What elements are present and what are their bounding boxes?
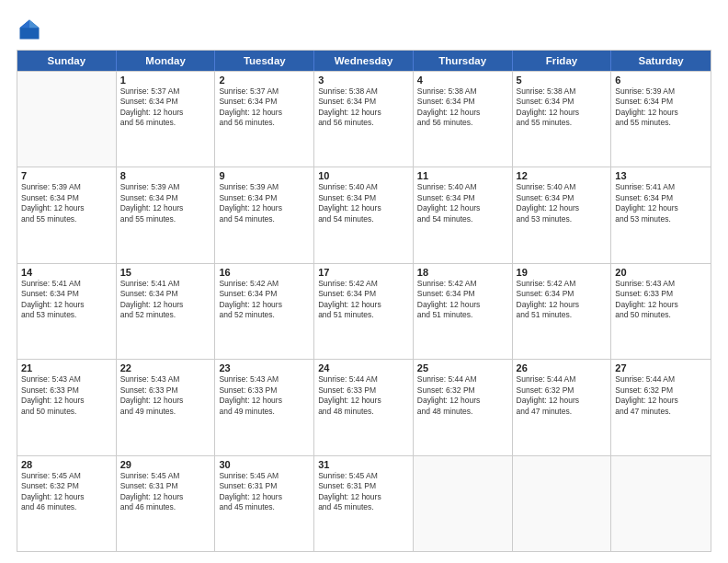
- cell-info: Sunrise: 5:43 AMSunset: 6:33 PMDaylight:…: [219, 374, 310, 417]
- day-number: 18: [417, 267, 508, 278]
- cell-info: Sunrise: 5:41 AMSunset: 6:34 PMDaylight:…: [615, 182, 707, 224]
- day-number: 23: [219, 362, 310, 373]
- day-cell-26: 26Sunrise: 5:44 AMSunset: 6:32 PMDayligh…: [513, 360, 612, 454]
- cell-info: Sunrise: 5:38 AMSunset: 6:34 PMDaylight:…: [517, 86, 608, 129]
- day-cell-16: 16Sunrise: 5:42 AMSunset: 6:34 PMDayligh…: [215, 264, 314, 359]
- header-day-friday: Friday: [513, 51, 612, 71]
- day-cell-29: 29Sunrise: 5:45 AMSunset: 6:31 PMDayligh…: [117, 456, 216, 551]
- header-day-thursday: Thursday: [414, 51, 513, 71]
- header-day-tuesday: Tuesday: [215, 51, 314, 71]
- day-cell-1: 1Sunrise: 5:37 AMSunset: 6:34 PMDaylight…: [117, 72, 216, 167]
- cell-info: Sunrise: 5:40 AMSunset: 6:34 PMDaylight:…: [517, 182, 608, 224]
- header-day-saturday: Saturday: [611, 51, 711, 71]
- day-cell-13: 13Sunrise: 5:41 AMSunset: 6:34 PMDayligh…: [611, 167, 711, 262]
- cell-info: Sunrise: 5:44 AMSunset: 6:33 PMDaylight:…: [318, 374, 409, 417]
- day-number: 9: [219, 170, 310, 181]
- week-row-4: 21Sunrise: 5:43 AMSunset: 6:33 PMDayligh…: [17, 359, 711, 454]
- cell-info: Sunrise: 5:43 AMSunset: 6:33 PMDaylight:…: [120, 374, 211, 417]
- logo: [17, 17, 46, 42]
- day-number: 8: [120, 170, 211, 181]
- day-number: 24: [318, 362, 409, 373]
- day-cell-21: 21Sunrise: 5:43 AMSunset: 6:33 PMDayligh…: [17, 360, 117, 454]
- day-cell-15: 15Sunrise: 5:41 AMSunset: 6:34 PMDayligh…: [117, 264, 216, 359]
- header: [17, 17, 711, 42]
- cell-info: Sunrise: 5:38 AMSunset: 6:34 PMDaylight:…: [318, 86, 409, 129]
- cell-info: Sunrise: 5:42 AMSunset: 6:34 PMDaylight:…: [318, 279, 409, 321]
- day-cell-27: 27Sunrise: 5:44 AMSunset: 6:32 PMDayligh…: [611, 360, 711, 454]
- day-number: 20: [615, 267, 707, 278]
- logo-icon: [17, 17, 42, 42]
- empty-cell: [17, 72, 117, 167]
- day-number: 21: [21, 362, 112, 373]
- day-cell-4: 4Sunrise: 5:38 AMSunset: 6:34 PMDaylight…: [414, 72, 513, 167]
- day-number: 22: [120, 362, 211, 373]
- day-number: 29: [120, 459, 211, 470]
- empty-cell: [414, 456, 513, 551]
- cell-info: Sunrise: 5:45 AMSunset: 6:31 PMDaylight:…: [120, 471, 211, 513]
- day-cell-25: 25Sunrise: 5:44 AMSunset: 6:32 PMDayligh…: [414, 360, 513, 454]
- day-cell-3: 3Sunrise: 5:38 AMSunset: 6:34 PMDaylight…: [314, 72, 414, 167]
- day-cell-24: 24Sunrise: 5:44 AMSunset: 6:33 PMDayligh…: [314, 360, 414, 454]
- empty-cell: [611, 456, 711, 551]
- cell-info: Sunrise: 5:43 AMSunset: 6:33 PMDaylight:…: [21, 374, 112, 417]
- cell-info: Sunrise: 5:44 AMSunset: 6:32 PMDaylight:…: [615, 374, 707, 417]
- day-cell-7: 7Sunrise: 5:39 AMSunset: 6:34 PMDaylight…: [17, 167, 117, 262]
- cell-info: Sunrise: 5:39 AMSunset: 6:34 PMDaylight:…: [219, 182, 310, 224]
- day-number: 14: [21, 267, 112, 278]
- day-number: 16: [219, 267, 310, 278]
- day-number: 5: [517, 75, 608, 86]
- cell-info: Sunrise: 5:45 AMSunset: 6:31 PMDaylight:…: [219, 471, 310, 513]
- day-cell-22: 22Sunrise: 5:43 AMSunset: 6:33 PMDayligh…: [117, 360, 216, 454]
- day-number: 17: [318, 267, 409, 278]
- svg-marker-1: [29, 20, 40, 29]
- day-number: 28: [21, 459, 112, 470]
- day-number: 26: [517, 362, 608, 373]
- day-cell-20: 20Sunrise: 5:43 AMSunset: 6:33 PMDayligh…: [611, 264, 711, 359]
- cell-info: Sunrise: 5:37 AMSunset: 6:34 PMDaylight:…: [120, 86, 211, 129]
- day-cell-6: 6Sunrise: 5:39 AMSunset: 6:34 PMDaylight…: [611, 72, 711, 167]
- cell-info: Sunrise: 5:45 AMSunset: 6:32 PMDaylight:…: [21, 471, 112, 513]
- day-cell-18: 18Sunrise: 5:42 AMSunset: 6:34 PMDayligh…: [414, 264, 513, 359]
- day-number: 31: [318, 459, 409, 470]
- day-cell-11: 11Sunrise: 5:40 AMSunset: 6:34 PMDayligh…: [414, 167, 513, 262]
- day-number: 1: [120, 75, 211, 86]
- cell-info: Sunrise: 5:39 AMSunset: 6:34 PMDaylight:…: [615, 86, 707, 129]
- cell-info: Sunrise: 5:39 AMSunset: 6:34 PMDaylight:…: [21, 182, 112, 224]
- cell-info: Sunrise: 5:37 AMSunset: 6:34 PMDaylight:…: [219, 86, 310, 129]
- day-number: 15: [120, 267, 211, 278]
- week-row-1: 1Sunrise: 5:37 AMSunset: 6:34 PMDaylight…: [17, 71, 711, 167]
- day-number: 2: [219, 75, 310, 86]
- calendar-body: 1Sunrise: 5:37 AMSunset: 6:34 PMDaylight…: [17, 71, 711, 551]
- day-cell-2: 2Sunrise: 5:37 AMSunset: 6:34 PMDaylight…: [215, 72, 314, 167]
- header-day-wednesday: Wednesday: [314, 51, 414, 71]
- day-number: 6: [615, 75, 707, 86]
- cell-info: Sunrise: 5:44 AMSunset: 6:32 PMDaylight:…: [517, 374, 608, 417]
- day-number: 11: [417, 170, 508, 181]
- day-number: 3: [318, 75, 409, 86]
- week-row-5: 28Sunrise: 5:45 AMSunset: 6:32 PMDayligh…: [17, 455, 711, 551]
- cell-info: Sunrise: 5:39 AMSunset: 6:34 PMDaylight:…: [120, 182, 211, 224]
- day-number: 25: [417, 362, 508, 373]
- day-cell-31: 31Sunrise: 5:45 AMSunset: 6:31 PMDayligh…: [314, 456, 414, 551]
- day-cell-5: 5Sunrise: 5:38 AMSunset: 6:34 PMDaylight…: [513, 72, 612, 167]
- day-cell-23: 23Sunrise: 5:43 AMSunset: 6:33 PMDayligh…: [215, 360, 314, 454]
- calendar-header: SundayMondayTuesdayWednesdayThursdayFrid…: [17, 51, 711, 71]
- day-number: 30: [219, 459, 310, 470]
- day-number: 7: [21, 170, 112, 181]
- day-cell-14: 14Sunrise: 5:41 AMSunset: 6:34 PMDayligh…: [17, 264, 117, 359]
- header-day-sunday: Sunday: [17, 51, 117, 71]
- cell-info: Sunrise: 5:42 AMSunset: 6:34 PMDaylight:…: [417, 279, 508, 321]
- day-cell-8: 8Sunrise: 5:39 AMSunset: 6:34 PMDaylight…: [117, 167, 216, 262]
- empty-cell: [513, 456, 612, 551]
- day-number: 13: [615, 170, 707, 181]
- day-number: 27: [615, 362, 707, 373]
- svg-marker-2: [20, 20, 30, 29]
- day-cell-19: 19Sunrise: 5:42 AMSunset: 6:34 PMDayligh…: [513, 264, 612, 359]
- day-number: 10: [318, 170, 409, 181]
- day-number: 12: [517, 170, 608, 181]
- cell-info: Sunrise: 5:40 AMSunset: 6:34 PMDaylight:…: [417, 182, 508, 224]
- day-cell-28: 28Sunrise: 5:45 AMSunset: 6:32 PMDayligh…: [17, 456, 117, 551]
- page: SundayMondayTuesdayWednesdayThursdayFrid…: [0, 0, 728, 563]
- day-cell-17: 17Sunrise: 5:42 AMSunset: 6:34 PMDayligh…: [314, 264, 414, 359]
- cell-info: Sunrise: 5:45 AMSunset: 6:31 PMDaylight:…: [318, 471, 409, 513]
